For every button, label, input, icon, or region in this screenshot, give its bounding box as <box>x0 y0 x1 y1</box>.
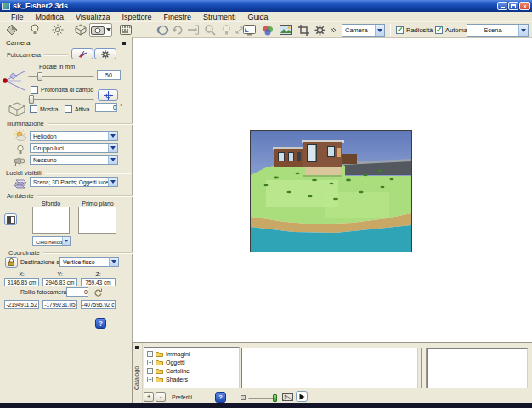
y-field[interactable]: 2946.83 cm <box>42 278 77 286</box>
orbit-tool-icon <box>156 24 169 37</box>
dof-checkbox[interactable] <box>31 86 38 94</box>
ambiente-insert-button[interactable] <box>4 213 17 225</box>
attiva-checkbox[interactable] <box>65 105 72 113</box>
cielo-select[interactable]: Cielo heliodonico <box>32 236 71 246</box>
catalog-preview-panel[interactable] <box>427 348 528 388</box>
fotocamera-label: Fotocamera <box>7 51 41 59</box>
thumb-size-slider-thumb[interactable] <box>273 394 277 402</box>
render-settings-button[interactable] <box>118 23 133 37</box>
settings-button[interactable] <box>312 23 327 37</box>
mostra-label: Mostra <box>40 106 58 112</box>
heliodon-value: Heliodon <box>31 132 108 140</box>
y2-field[interactable]: -1799231.05 <box>42 300 77 309</box>
object-tool-button[interactable] <box>73 23 88 37</box>
heliodon-select[interactable]: Heliodon <box>30 131 118 141</box>
z-field[interactable]: 759.43 cm <box>81 278 116 286</box>
menu-finestre[interactable]: Finestre <box>157 13 197 21</box>
zoom-tool-button[interactable] <box>202 23 218 37</box>
panel-help-button[interactable]: ? <box>95 318 106 329</box>
light-tool-button[interactable] <box>27 23 42 37</box>
catalog-remove-button[interactable]: - <box>156 392 166 402</box>
tree-item-immagini[interactable]: + Immagini <box>144 349 239 358</box>
menu-file[interactable]: File <box>5 13 30 21</box>
catalog-play-button[interactable] <box>296 391 308 402</box>
dof-label: Profondità di campo <box>41 87 93 93</box>
x-field[interactable]: 3146.85 cm <box>4 278 39 286</box>
scene-select-value: Scena <box>467 25 518 36</box>
minimize-button[interactable] <box>497 2 507 10</box>
catalog-items-panel[interactable] <box>241 348 418 388</box>
palette-button[interactable] <box>260 23 275 37</box>
render-camera-button[interactable] <box>71 48 93 60</box>
sfondo-preview-box[interactable] <box>32 207 70 234</box>
toolbar: Camera ✓ Radiosità ✓ Automatico Scena <box>0 22 532 38</box>
view-select[interactable]: Camera <box>342 24 385 37</box>
display-button[interactable] <box>241 23 257 37</box>
camera-tool-dropdown-icon <box>106 28 111 31</box>
expand-icon[interactable]: + <box>147 368 153 374</box>
menu-guida[interactable]: Guida <box>241 13 274 21</box>
lucidi-label: Lucidi visibili <box>6 169 42 177</box>
catalog-help-button[interactable]: ? <box>215 392 226 403</box>
mostra-checkbox[interactable] <box>30 105 37 113</box>
x2-field[interactable]: -2194911.52 <box>4 300 39 309</box>
focale-input[interactable] <box>97 70 121 80</box>
preview-render-button[interactable] <box>218 23 234 37</box>
lock-icon <box>8 258 15 266</box>
angle-input[interactable] <box>95 103 117 112</box>
menu-strumenti[interactable]: Strumenti <box>197 13 242 21</box>
thumb-size-large-icon <box>282 393 293 401</box>
undo-button[interactable] <box>170 23 185 37</box>
catalog-add-button[interactable]: + <box>144 392 154 402</box>
proiettori-select[interactable]: Nessuno <box>30 155 118 165</box>
expand-icon[interactable]: + <box>147 360 153 366</box>
tree-item-cartoline[interactable]: + Cartoline <box>144 366 239 375</box>
view-select-value: Camera <box>342 25 375 36</box>
expand-icon[interactable]: + <box>147 377 153 382</box>
orbit-tool-button[interactable] <box>155 23 170 37</box>
rollio-input[interactable] <box>66 287 88 297</box>
primo-piano-preview-box[interactable] <box>78 207 116 234</box>
radiosity-checkbox[interactable]: ✓ <box>396 26 404 34</box>
menu-ispettore[interactable]: Ispettore <box>116 13 157 21</box>
catalog-splitter[interactable] <box>421 348 427 388</box>
proiettori-value: Nessuno <box>31 156 108 164</box>
camera-tool-button[interactable] <box>89 23 112 37</box>
attiva-label: Attiva <box>75 106 90 112</box>
lucidi-select[interactable]: Scena; 3D Plants; Oggetti luce; O... <box>30 177 118 187</box>
dof-slider-thumb[interactable] <box>29 95 34 104</box>
z2-field[interactable]: -407596.92 c <box>81 300 116 309</box>
camera-cone-icon <box>1 68 26 94</box>
dof-target-button[interactable] <box>98 89 118 101</box>
help-icon: ? <box>218 394 223 401</box>
dof-slider-track[interactable] <box>28 99 94 100</box>
catalog-tab[interactable]: Catalogo <box>133 343 143 404</box>
gruppo-luci-select[interactable]: Gruppo luci <box>30 143 118 153</box>
camera-cone-widget[interactable] <box>1 68 26 97</box>
destinazione-select[interactable]: Vertice fisso <box>59 257 119 267</box>
photo-button[interactable] <box>278 23 293 37</box>
shader-tool-button[interactable] <box>4 23 20 37</box>
redo-button[interactable] <box>186 23 201 37</box>
expand-icon[interactable]: + <box>147 351 153 357</box>
rollio-reset-button[interactable] <box>92 287 104 298</box>
render-preview[interactable] <box>250 130 412 252</box>
title-bar: sk_Fisher2.3ds × <box>0 0 532 12</box>
automatico-checkbox[interactable]: ✓ <box>435 26 443 34</box>
crop-button[interactable] <box>296 23 311 37</box>
thumb-size-slider-track[interactable] <box>248 398 275 400</box>
maximize-button[interactable] <box>508 2 518 10</box>
panel-menu-button[interactable] <box>122 42 126 45</box>
close-button[interactable]: × <box>519 2 530 10</box>
menu-visualizza[interactable]: Visualizza <box>70 13 116 21</box>
camera-settings-button[interactable] <box>94 48 116 60</box>
scene-select[interactable]: Scena <box>467 24 529 37</box>
destinazione-label: Destinazione su: <box>20 259 65 265</box>
tree-item-oggetti[interactable]: + Oggetti <box>144 358 239 366</box>
heliodon-tool-button[interactable] <box>50 23 65 37</box>
focale-slider-thumb[interactable] <box>37 72 42 81</box>
tree-item-shaders[interactable]: + Shaders <box>144 375 239 383</box>
toolbar-overflow-button[interactable] <box>329 23 337 37</box>
lock-target-button[interactable] <box>5 257 18 268</box>
menu-modifica[interactable]: Modifica <box>30 13 71 21</box>
